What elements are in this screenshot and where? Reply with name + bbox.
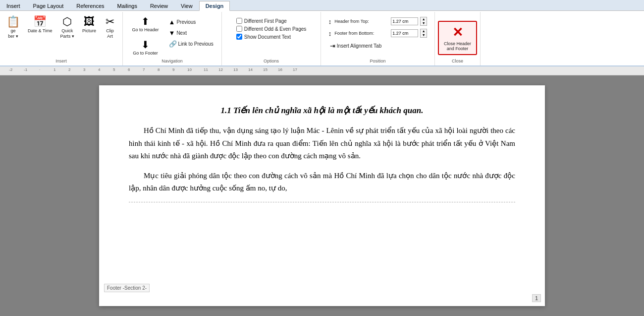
group-close: ✕ Close Header and Footer Close — [435, 12, 481, 65]
footer-spinner-down[interactable]: ▼ — [421, 33, 427, 37]
page-label: geber ▾ — [8, 28, 18, 39]
tab-view[interactable]: View — [174, 0, 199, 10]
position-group-label: Position — [321, 59, 434, 63]
date-time-label: Date & Time — [28, 28, 53, 34]
navigation-group-label: Navigation — [123, 59, 221, 63]
ruler: -2 -1 · 1 2 3 4 5 6 7 8 9 10 11 12 13 14… — [0, 66, 644, 75]
next-label: Next — [176, 30, 187, 36]
ribbon: 📋 geber ▾ 📅 Date & Time ⬡ QuickParts ▾ 🖼… — [0, 11, 644, 66]
document-paragraph-1: Hồ Chí Minh đã tiếp thu, vận dụng sáng t… — [129, 125, 515, 163]
footer-line — [129, 202, 515, 205]
go-to-footer-label: Go to Footer — [133, 51, 158, 56]
close-group-label: Close — [435, 59, 480, 63]
link-to-previous-button[interactable]: 🔗 Link to Previous — [166, 39, 216, 49]
date-time-button[interactable]: 📅 Date & Time — [24, 14, 56, 36]
quick-parts-label: QuickParts ▾ — [60, 28, 75, 39]
next-icon: ▼ — [169, 29, 175, 37]
document-page: 1.1 Tiến lên chủ nghĩa xã hội là một tất… — [99, 85, 545, 306]
clip-art-icon: ✂ — [106, 16, 114, 27]
group-insert: 📋 geber ▾ 📅 Date & Time ⬡ QuickParts ▾ 🖼… — [0, 12, 123, 65]
tab-review[interactable]: Review — [144, 0, 174, 10]
show-document-text-label: Show Document Text — [244, 34, 291, 40]
header-spinner[interactable]: ▲ ▼ — [420, 17, 427, 26]
different-odd-even-checkbox[interactable] — [236, 26, 242, 32]
date-time-icon: 📅 — [33, 16, 47, 27]
different-first-page-checkbox[interactable] — [236, 18, 242, 24]
header-position-icon: ↕ — [328, 18, 332, 25]
tab-bar: Insert Page Layout References Mailings R… — [0, 0, 644, 11]
picture-icon: 🖼 — [84, 16, 95, 27]
header-spinner-down[interactable]: ▼ — [421, 21, 427, 25]
go-to-header-label: Go to Header — [132, 27, 159, 33]
tab-page-layout[interactable]: Page Layout — [27, 0, 70, 10]
insert-group-label: Insert — [0, 59, 122, 63]
footer-section-label: Footer -Section 2- — [104, 284, 150, 292]
tab-mailings[interactable]: Mailings — [111, 0, 144, 10]
close-header-footer-label: Close Header and Footer — [444, 41, 471, 51]
different-first-page-label: Different First Page — [244, 18, 287, 24]
previous-icon: ▲ — [169, 18, 175, 26]
go-to-footer-icon: ⬇ — [141, 40, 150, 50]
footer-from-bottom-row: ↕ Footer from Bottom: ▲ ▼ — [328, 29, 428, 38]
link-icon: 🔗 — [169, 40, 177, 48]
previous-label: Previous — [176, 19, 196, 25]
go-to-header-icon: ⬆ — [141, 16, 150, 26]
document-paragraph-2: Mục tiêu giải phóng dân tộc theo con đườ… — [129, 170, 515, 195]
close-header-icon: ✕ — [452, 25, 463, 40]
footer-spinner-up[interactable]: ▲ — [421, 29, 427, 33]
options-group-label: Options — [222, 59, 321, 63]
go-to-header-button[interactable]: ⬆ Go to Header — [128, 14, 162, 35]
picture-button[interactable]: 🖼 Picture — [79, 14, 100, 36]
quick-parts-button[interactable]: ⬡ QuickParts ▾ — [57, 14, 78, 42]
group-options: Different First Page Different Odd & Eve… — [222, 12, 321, 65]
group-navigation: ⬆ Go to Header ⬇ Go to Footer ▲ Previous… — [123, 12, 222, 65]
header-from-top-row: ↕ Header from Top: ▲ ▼ — [328, 17, 428, 26]
close-header-footer-button[interactable]: ✕ Close Header and Footer — [438, 21, 477, 55]
page-number: 1 — [532, 294, 541, 302]
ruler-inner: -2 -1 · 1 2 3 4 5 6 7 8 9 10 11 12 13 14… — [0, 66, 644, 75]
go-to-footer-button[interactable]: ⬇ Go to Footer — [128, 37, 162, 59]
document-area: 1.1 Tiến lên chủ nghĩa xã hội là một tất… — [0, 75, 644, 316]
link-to-previous-label: Link to Previous — [178, 41, 214, 47]
document-heading: 1.1 Tiến lên chủ nghĩa xã hội là một tất… — [129, 105, 515, 116]
footer-from-bottom-input[interactable] — [391, 29, 418, 37]
footer-from-bottom-label: Footer from Bottom: — [334, 31, 389, 36]
header-from-top-label: Header from Top: — [334, 19, 389, 24]
next-button[interactable]: ▼ Next — [166, 28, 216, 38]
previous-button[interactable]: ▲ Previous — [166, 17, 216, 27]
show-document-text-option[interactable]: Show Document Text — [236, 34, 306, 40]
insert-alignment-tab-button[interactable]: ⇥ Insert Alignment Tab — [328, 41, 428, 51]
different-odd-even-label: Different Odd & Even Pages — [244, 26, 306, 32]
tab-design[interactable]: Design — [199, 1, 230, 11]
tab-insert[interactable]: Insert — [0, 0, 27, 10]
group-position: ↕ Header from Top: ▲ ▼ ↕ Footer from Bot… — [321, 12, 435, 65]
footer-spinner[interactable]: ▲ ▼ — [420, 29, 427, 38]
alignment-tab-icon: ⇥ — [330, 42, 335, 50]
tab-references[interactable]: References — [70, 0, 110, 10]
different-odd-even-option[interactable]: Different Odd & Even Pages — [236, 26, 306, 32]
insert-alignment-tab-label: Insert Alignment Tab — [337, 43, 381, 49]
clip-art-button[interactable]: ✂ ClipArt — [101, 14, 119, 42]
picture-label: Picture — [82, 28, 96, 34]
different-first-page-option[interactable]: Different First Page — [236, 18, 306, 24]
page-button[interactable]: 📋 geber ▾ — [3, 14, 23, 42]
header-from-top-input[interactable] — [391, 17, 418, 25]
quick-parts-icon: ⬡ — [62, 16, 72, 27]
footer-position-icon: ↕ — [328, 30, 332, 37]
clip-art-label: ClipArt — [106, 28, 114, 39]
page-icon: 📋 — [6, 16, 20, 27]
header-spinner-up[interactable]: ▲ — [421, 17, 427, 21]
show-document-text-checkbox[interactable] — [236, 34, 242, 40]
